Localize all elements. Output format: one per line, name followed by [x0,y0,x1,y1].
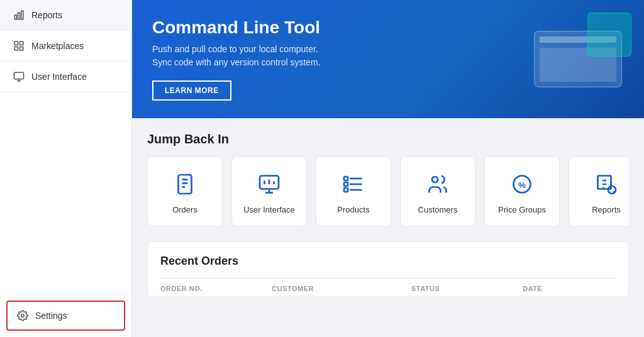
svg-rect-4 [20,41,23,45]
jump-back-in-section: Jump Back In Orders [132,118,644,229]
svg-rect-11 [179,175,192,194]
monitor-icon [13,70,25,83]
col-status: STATUS [411,285,523,292]
card-orders-label: Orders [172,205,197,214]
main-content: Command Line Tool Push and pull code to … [132,0,644,337]
hero-learn-more-button[interactable]: LEARN MORE [152,80,231,101]
card-orders[interactable]: Orders [147,157,223,226]
card-reports-label: Reports [592,205,621,214]
svg-rect-28 [344,182,348,186]
col-customer: CUSTOMER [272,285,411,292]
svg-rect-7 [14,72,24,79]
hero-banner: Command Line Tool Push and pull code to … [132,0,644,118]
svg-rect-27 [344,177,348,180]
card-products-label: Products [337,205,369,214]
products-icon [340,171,367,197]
sidebar-item-marketplaces[interactable]: Marketplaces [0,31,131,62]
sidebar-item-settings[interactable]: Settings [6,301,125,331]
price-groups-icon: % [509,171,535,197]
svg-rect-0 [14,15,16,19]
grid-icon [13,40,25,52]
card-customers[interactable]: Customers [400,157,475,226]
sidebar: Reports Marketplaces User Interface Sett… [0,0,132,337]
card-products[interactable]: Products [316,157,391,226]
svg-rect-2 [21,11,23,19]
col-order-no: ORDER NO. [160,285,272,292]
recent-orders-table-header: ORDER NO. CUSTOMER STATUS DATE [160,278,616,296]
svg-point-10 [21,314,25,318]
card-user-interface[interactable]: User Interface [231,157,307,226]
svg-point-30 [432,177,438,182]
svg-rect-6 [20,47,23,50]
svg-rect-1 [18,13,20,19]
card-reports[interactable]: Reports [569,157,629,226]
sidebar-item-user-interface-label: User Interface [31,72,87,82]
sidebar-item-marketplaces-label: Marketplaces [31,41,84,51]
svg-rect-29 [344,188,348,192]
sidebar-item-reports[interactable]: Reports [0,0,131,31]
svg-rect-3 [14,41,18,45]
svg-rect-5 [14,47,18,50]
card-price-groups-label: Price Groups [498,205,546,214]
sidebar-item-reports-label: Reports [31,10,62,20]
jump-back-in-title: Jump Back In [147,132,629,146]
svg-text:%: % [518,180,526,190]
bar-chart-icon [13,9,25,21]
user-interface-icon [256,171,282,197]
gear-icon [16,309,29,322]
customers-icon [425,171,451,197]
sidebar-item-user-interface[interactable]: User Interface [0,62,131,92]
reports-card-icon [593,171,619,197]
orders-icon [172,171,198,197]
recent-orders-section: Recent Orders ORDER NO. CUSTOMER STATUS … [147,241,629,297]
sidebar-item-settings-label: Settings [35,311,67,321]
card-customers-label: Customers [418,205,458,214]
recent-orders-title: Recent Orders [160,255,616,268]
hero-graphic-decoration2 [587,13,631,57]
svg-line-35 [613,191,614,192]
card-user-interface-label: User Interface [243,205,295,214]
hero-graphic [518,0,644,118]
card-price-groups[interactable]: % Price Groups [484,157,560,226]
jump-back-in-cards: Orders User Interface [147,157,629,229]
col-date: DATE [523,285,616,292]
